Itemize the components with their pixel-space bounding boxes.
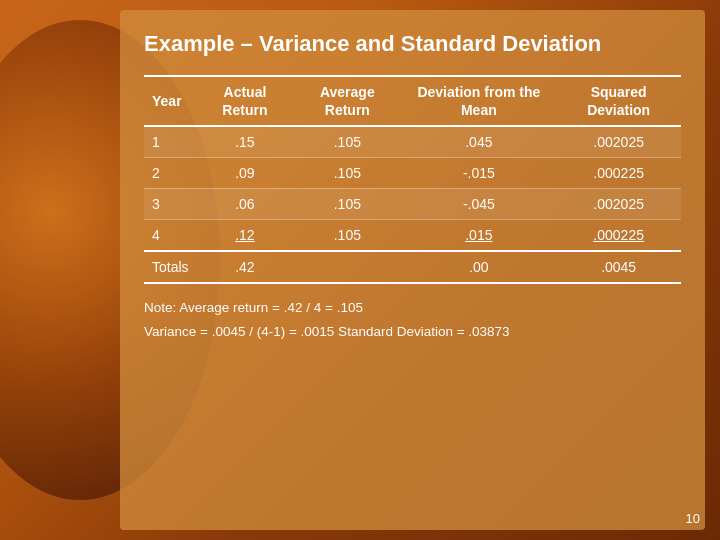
cell-squared-deviation: .000225 bbox=[556, 219, 681, 251]
cell-average-return: .105 bbox=[293, 219, 401, 251]
notes-section: Note: Average return = .42 / 4 = .105 Va… bbox=[144, 298, 681, 343]
cell-squared-deviation: .002025 bbox=[556, 188, 681, 219]
table-footer: Totals .42 .00 .0045 bbox=[144, 251, 681, 283]
cell-year: 3 bbox=[144, 188, 197, 219]
cell-average-return: .105 bbox=[293, 188, 401, 219]
note-line2: Variance = .0045 / (4-1) = .0015 Standar… bbox=[144, 322, 681, 342]
cell-average-return: .105 bbox=[293, 126, 401, 158]
cell-actual-return: .12 bbox=[197, 219, 294, 251]
cell-deviation: -.015 bbox=[401, 157, 556, 188]
totals-label: Totals bbox=[144, 251, 197, 283]
totals-actual-return: .42 bbox=[197, 251, 294, 283]
totals-row: Totals .42 .00 .0045 bbox=[144, 251, 681, 283]
table-row: 4.12.105.015.000225 bbox=[144, 219, 681, 251]
cell-deviation: .045 bbox=[401, 126, 556, 158]
col-header-squared-deviation: Squared Deviation bbox=[556, 76, 681, 126]
col-header-year: Year bbox=[144, 76, 197, 126]
totals-squared-deviation: .0045 bbox=[556, 251, 681, 283]
table-body: 1.15.105.045.0020252.09.105-.015.0002253… bbox=[144, 126, 681, 251]
cell-actual-return: .06 bbox=[197, 188, 294, 219]
cell-year: 1 bbox=[144, 126, 197, 158]
totals-average-return bbox=[293, 251, 401, 283]
content-panel: Example – Variance and Standard Deviatio… bbox=[120, 10, 705, 530]
table-header-row: Year Actual Return Average Return Deviat… bbox=[144, 76, 681, 126]
cell-squared-deviation: .002025 bbox=[556, 126, 681, 158]
cell-average-return: .105 bbox=[293, 157, 401, 188]
cell-year: 4 bbox=[144, 219, 197, 251]
col-header-average-return: Average Return bbox=[293, 76, 401, 126]
page-title: Example – Variance and Standard Deviatio… bbox=[144, 30, 681, 59]
data-table: Year Actual Return Average Return Deviat… bbox=[144, 75, 681, 284]
note-line1: Note: Average return = .42 / 4 = .105 bbox=[144, 298, 681, 318]
cell-actual-return: .09 bbox=[197, 157, 294, 188]
cell-year: 2 bbox=[144, 157, 197, 188]
cell-actual-return: .15 bbox=[197, 126, 294, 158]
cell-deviation: -.045 bbox=[401, 188, 556, 219]
table-row: 3.06.105-.045.002025 bbox=[144, 188, 681, 219]
table-row: 1.15.105.045.002025 bbox=[144, 126, 681, 158]
cell-squared-deviation: .000225 bbox=[556, 157, 681, 188]
page-number: 10 bbox=[686, 511, 700, 526]
col-header-deviation: Deviation from the Mean bbox=[401, 76, 556, 126]
totals-deviation: .00 bbox=[401, 251, 556, 283]
table-row: 2.09.105-.015.000225 bbox=[144, 157, 681, 188]
cell-deviation: .015 bbox=[401, 219, 556, 251]
col-header-actual-return: Actual Return bbox=[197, 76, 294, 126]
